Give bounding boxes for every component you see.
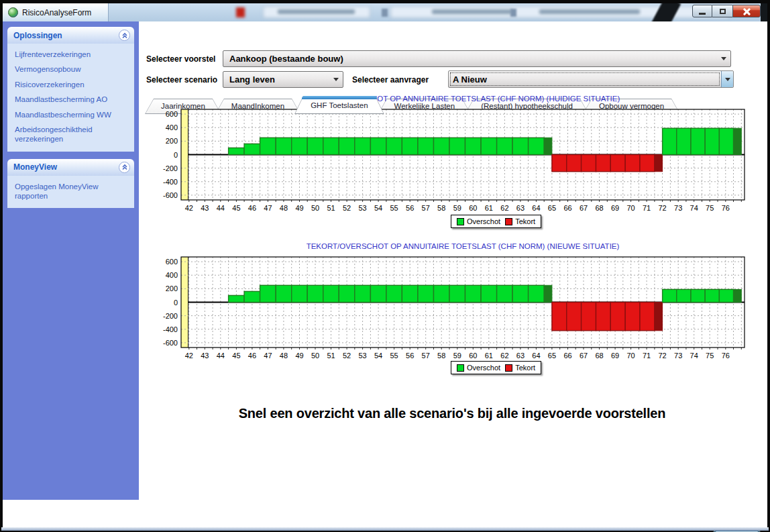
sidebar-item-lijfrenteverzekeringen[interactable]: Lijfrenteverzekeringen (7, 47, 134, 62)
svg-text:76: 76 (722, 352, 730, 360)
svg-text:-600: -600 (163, 339, 178, 347)
svg-text:45: 45 (232, 204, 240, 212)
svg-text:56: 56 (406, 204, 414, 212)
chevron-down-icon (333, 78, 339, 81)
svg-text:49: 49 (295, 352, 303, 360)
svg-text:0: 0 (174, 151, 178, 159)
svg-text:-200: -200 (163, 312, 178, 320)
svg-text:71: 71 (643, 352, 651, 360)
svg-text:60: 60 (469, 204, 477, 212)
chevron-down-icon (725, 78, 730, 81)
collapse-chevron-icon[interactable] (119, 162, 130, 173)
sidebar-item-maandlastbescherming-ww[interactable]: Maandlastbescherming WW (7, 107, 134, 122)
maximize-button[interactable] (712, 5, 732, 17)
scenario-value: Lang leven (229, 74, 333, 85)
blurred-background-text (432, 9, 512, 14)
svg-text:61: 61 (485, 204, 493, 212)
svg-text:76: 76 (722, 204, 730, 212)
voorstel-label: Selecteer voorstel (146, 54, 215, 64)
collapse-chevron-icon[interactable] (119, 30, 130, 41)
svg-text:66: 66 (563, 352, 571, 360)
sidebar-item-maandlastbescherming-ao[interactable]: Maandlastbescherming AO (7, 92, 134, 107)
svg-text:50: 50 (311, 352, 319, 360)
svg-text:52: 52 (343, 352, 351, 360)
svg-text:59: 59 (453, 204, 461, 212)
svg-text:64: 64 (532, 204, 540, 212)
svg-text:75: 75 (706, 204, 714, 212)
sidebar-item-opgeslagen-moneyview-rapporten[interactable]: Opgeslagen MoneyView rapporten (7, 179, 134, 204)
sidebar-item-risicoverzekeringen[interactable]: Risicoverzekeringen (7, 77, 134, 92)
voorstel-select[interactable]: Aankoop (bestaande bouw) (223, 50, 731, 67)
aanvrager-value: A Nieuw (449, 71, 721, 87)
svg-text:0: 0 (174, 299, 178, 307)
scenario-select[interactable]: Lang leven (223, 71, 343, 88)
sidebar-section: OplossingenLijfrenteverzekeringenVermoge… (7, 27, 134, 152)
aanvrager-select[interactable]: A Nieuw (448, 70, 734, 88)
svg-text:57: 57 (422, 352, 430, 360)
close-window-button[interactable] (732, 5, 761, 17)
sidebar-item-arbeidsongeschiktheid-verzekeringen[interactable]: Arbeidsongeschiktheid verzekeringen (7, 122, 134, 147)
sidebar-item-vermogensopbouw[interactable]: Vermogensopbouw (7, 62, 134, 76)
chevron-down-icon (721, 57, 726, 60)
svg-text:62: 62 (500, 352, 508, 360)
svg-text:56: 56 (406, 352, 414, 360)
window-title: RisicoAnalyseForm (22, 8, 91, 17)
close-icon (742, 7, 751, 15)
svg-text:69: 69 (611, 352, 619, 360)
sidebar-section-title: MoneyView (13, 162, 57, 172)
svg-text:48: 48 (280, 204, 288, 212)
window-title-tab: RisicoAnalyseForm (3, 3, 109, 21)
sidebar-section-body: LijfrenteverzekeringenVermogensopbouwRis… (7, 44, 134, 152)
svg-text:44: 44 (217, 204, 225, 212)
sidebar-section-title: Oplossingen (13, 31, 62, 40)
svg-text:46: 46 (248, 352, 256, 360)
bar-chart-svg: 4243444546474849505152535455565758596061… (156, 93, 749, 212)
svg-text:58: 58 (437, 204, 445, 212)
svg-text:62: 62 (500, 204, 508, 212)
svg-text:54: 54 (374, 204, 382, 212)
window-bottom-border (1, 527, 769, 531)
svg-text:53: 53 (358, 204, 366, 212)
chart-legend: OverschotTekort (451, 361, 541, 374)
scenario-label: Selecteer scenario (146, 75, 217, 85)
svg-text:61: 61 (485, 352, 493, 360)
svg-text:TEKORT/OVERSCHOT OP ANNUITAIRE: TEKORT/OVERSCHOT OP ANNUITAIRE TOETSLAST… (307, 242, 620, 250)
legend-swatch (505, 364, 512, 372)
application-window: RisicoAnalyseForm OplossingenLijfrenteve… (0, 0, 770, 532)
sidebar-section-header[interactable]: Oplossingen (7, 27, 134, 44)
chart-nieuwe-situatie: 4243444546474849505152535455565758596061… (156, 240, 749, 360)
legend-swatch (457, 364, 464, 372)
minimize-button[interactable] (692, 5, 712, 17)
bar-chart-svg: 4243444546474849505152535455565758596061… (156, 240, 749, 360)
svg-text:75: 75 (706, 352, 714, 360)
svg-text:51: 51 (327, 352, 335, 360)
svg-text:55: 55 (390, 352, 398, 360)
blurred-small-icon (510, 9, 516, 17)
legend-swatch (457, 218, 464, 225)
aanvrager-dropdown-button[interactable] (721, 71, 733, 87)
sidebar: OplossingenLijfrenteverzekeringenVermoge… (3, 21, 139, 500)
svg-text:43: 43 (201, 204, 209, 212)
chart-legend: OverschotTekort (451, 215, 541, 228)
sidebar-section-header[interactable]: MoneyView (7, 159, 134, 176)
svg-text:52: 52 (343, 204, 351, 212)
svg-text:48: 48 (280, 352, 288, 360)
svg-text:70: 70 (626, 352, 635, 360)
svg-text:200: 200 (166, 137, 178, 145)
summary-message: Snel een overzicht van alle scenario's b… (144, 406, 761, 421)
svg-text:67: 67 (580, 204, 588, 212)
tab-ghf-toetslasten[interactable]: GHF Toetslasten (294, 96, 384, 114)
svg-text:53: 53 (358, 352, 366, 360)
legend-item: Overschot (457, 364, 500, 372)
chart-huidige-situatie: 4243444546474849505152535455565758596061… (156, 93, 749, 212)
app-globe-icon (8, 7, 18, 17)
svg-text:74: 74 (690, 204, 698, 212)
decorative-dark-corner (761, 3, 767, 21)
blurred-background-text (539, 9, 640, 14)
svg-text:55: 55 (390, 204, 398, 212)
svg-text:69: 69 (611, 204, 619, 212)
desktop-top-strip (3, 3, 767, 21)
svg-text:54: 54 (374, 352, 382, 360)
minimize-icon (699, 13, 706, 15)
svg-text:73: 73 (674, 204, 682, 212)
